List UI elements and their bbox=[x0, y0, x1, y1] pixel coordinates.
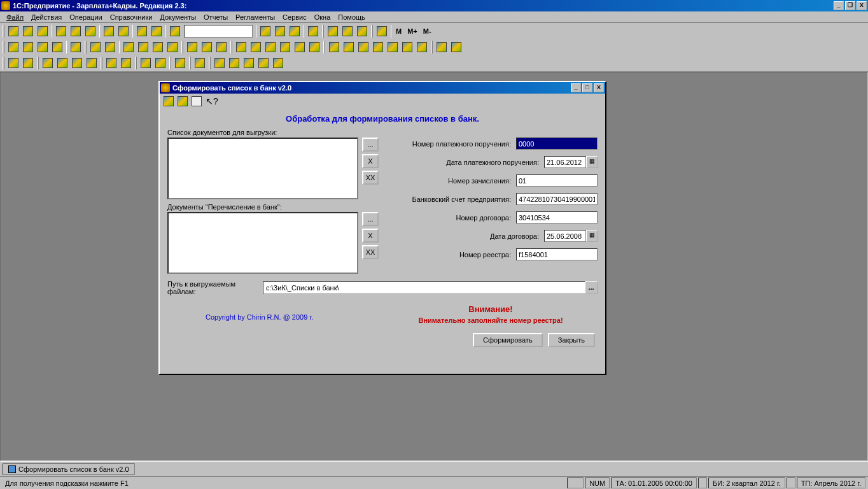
list1-delete-button[interactable]: X bbox=[362, 154, 379, 168]
list-documents-export[interactable] bbox=[167, 138, 358, 199]
tb-icon3[interactable] bbox=[288, 24, 302, 38]
close-dialog-button[interactable]: Закрыть bbox=[548, 333, 595, 347]
tb-book[interactable] bbox=[375, 24, 389, 38]
menu-help[interactable]: Помощь bbox=[334, 13, 369, 22]
minimize-button[interactable]: _ bbox=[834, 1, 844, 10]
tb2-7[interactable] bbox=[103, 40, 117, 54]
tb2-14[interactable] bbox=[214, 40, 228, 54]
tb3-4[interactable] bbox=[55, 56, 69, 70]
tb2-16[interactable] bbox=[249, 40, 263, 54]
tb2-24[interactable] bbox=[371, 40, 385, 54]
tb2-13[interactable] bbox=[200, 40, 214, 54]
tb2-28[interactable] bbox=[435, 40, 449, 54]
tb-undo[interactable] bbox=[135, 24, 149, 38]
tb3-12[interactable] bbox=[193, 56, 207, 70]
tb2-27[interactable] bbox=[415, 40, 429, 54]
dlg-tb-whatsthis[interactable]: ↖? bbox=[204, 95, 217, 108]
menu-file[interactable]: Файл bbox=[3, 13, 27, 22]
tb3-7[interactable] bbox=[104, 56, 118, 70]
form-button[interactable]: Сформировать bbox=[473, 333, 543, 347]
menu-operations[interactable]: Операции bbox=[66, 13, 106, 22]
tb3-15[interactable] bbox=[242, 56, 256, 70]
tb-open[interactable] bbox=[21, 24, 35, 38]
tb-new[interactable] bbox=[6, 24, 20, 38]
tb2-25[interactable] bbox=[386, 40, 400, 54]
menu-windows[interactable]: Окна bbox=[311, 13, 335, 22]
tb2-18[interactable] bbox=[278, 40, 292, 54]
tb-redo[interactable] bbox=[150, 24, 164, 38]
contract-date-input[interactable] bbox=[544, 230, 586, 242]
tb3-9[interactable] bbox=[139, 56, 153, 70]
bank-acc-input[interactable] bbox=[516, 193, 598, 205]
dialog-maximize-button[interactable]: □ bbox=[582, 83, 592, 92]
tb-calc[interactable] bbox=[326, 24, 340, 38]
list2-deleteall-button[interactable]: XX bbox=[362, 245, 379, 259]
tb-search-combo[interactable] bbox=[184, 25, 253, 38]
tb-help[interactable] bbox=[306, 24, 320, 38]
dialog-close-button[interactable]: X bbox=[594, 83, 604, 92]
tb-calendar[interactable] bbox=[340, 24, 354, 38]
tb2-12[interactable] bbox=[185, 40, 199, 54]
tb-mem-m[interactable]: M bbox=[393, 27, 404, 35]
menu-regulations[interactable]: Регламенты bbox=[232, 13, 279, 22]
menu-actions[interactable]: Действия bbox=[27, 13, 66, 22]
menu-reports[interactable]: Отчеты bbox=[200, 13, 232, 22]
tb-tool[interactable] bbox=[355, 24, 369, 38]
payorder-no-input[interactable] bbox=[516, 138, 598, 150]
path-browse-button[interactable]: ... bbox=[585, 281, 598, 294]
tb3-1[interactable] bbox=[6, 56, 20, 70]
tb3-17[interactable] bbox=[271, 56, 285, 70]
menu-directories[interactable]: Справочники bbox=[106, 13, 157, 22]
tb2-6[interactable] bbox=[88, 40, 102, 54]
dialog-minimize-button[interactable]: _ bbox=[571, 83, 581, 92]
tb-mem-mplus[interactable]: M+ bbox=[405, 27, 420, 35]
menu-documents[interactable]: Документы bbox=[156, 13, 200, 22]
task-button-dialog[interactable]: Сформировать список в банк v2.0 bbox=[3, 464, 135, 475]
credit-no-input[interactable] bbox=[516, 174, 598, 187]
list1-browse-button[interactable]: ... bbox=[362, 138, 379, 152]
dlg-tb-1[interactable] bbox=[162, 95, 175, 108]
path-input[interactable]: c:\ЗиК\_Списки в банк\ bbox=[263, 281, 585, 294]
tb3-16[interactable] bbox=[256, 56, 270, 70]
tb3-14[interactable] bbox=[227, 56, 241, 70]
tb2-15[interactable] bbox=[234, 40, 248, 54]
dlg-tb-help[interactable] bbox=[190, 95, 203, 108]
tb-icon2[interactable] bbox=[273, 24, 287, 38]
tb2-26[interactable] bbox=[400, 40, 414, 54]
tb2-20[interactable] bbox=[307, 40, 321, 54]
tb2-10[interactable] bbox=[151, 40, 165, 54]
tb2-4[interactable] bbox=[50, 40, 64, 54]
tb2-11[interactable] bbox=[165, 40, 179, 54]
restore-button[interactable]: ❐ bbox=[845, 1, 855, 10]
tb-copy[interactable] bbox=[69, 24, 83, 38]
tb2-29[interactable] bbox=[449, 40, 463, 54]
tb2-9[interactable] bbox=[136, 40, 150, 54]
tb2-23[interactable] bbox=[356, 40, 370, 54]
list2-delete-button[interactable]: X bbox=[362, 229, 379, 243]
tb2-17[interactable] bbox=[263, 40, 277, 54]
tb-print[interactable] bbox=[102, 24, 116, 38]
tb-paste[interactable] bbox=[83, 24, 97, 38]
list2-browse-button[interactable]: ... bbox=[362, 212, 379, 226]
tb2-8[interactable] bbox=[122, 40, 136, 54]
tb3-10[interactable] bbox=[153, 56, 167, 70]
payorder-date-input[interactable] bbox=[544, 156, 586, 168]
tb3-6[interactable] bbox=[85, 56, 99, 70]
tb-find[interactable] bbox=[168, 24, 182, 38]
tb2-21[interactable] bbox=[327, 40, 341, 54]
tb-preview[interactable] bbox=[116, 24, 130, 38]
payorder-date-calendar-button[interactable]: ▦ bbox=[586, 156, 598, 168]
tb2-2[interactable] bbox=[21, 40, 35, 54]
menu-service[interactable]: Сервис bbox=[279, 13, 311, 22]
tb3-8[interactable] bbox=[119, 56, 133, 70]
contract-no-input[interactable] bbox=[516, 211, 598, 223]
tb3-2[interactable] bbox=[21, 56, 35, 70]
tb2-5[interactable] bbox=[69, 40, 83, 54]
tb-mem-mminus[interactable]: M- bbox=[421, 27, 434, 35]
close-button[interactable]: X bbox=[857, 1, 867, 10]
tb3-3[interactable] bbox=[41, 56, 55, 70]
tb3-13[interactable] bbox=[213, 56, 227, 70]
registry-no-input[interactable] bbox=[516, 248, 598, 260]
tb2-19[interactable] bbox=[293, 40, 307, 54]
tb-save[interactable] bbox=[36, 24, 50, 38]
